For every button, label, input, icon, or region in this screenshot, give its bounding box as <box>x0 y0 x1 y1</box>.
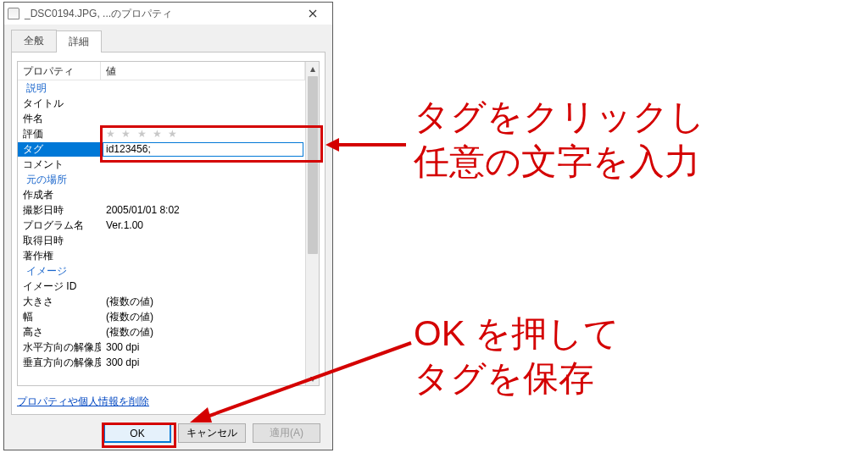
row-author[interactable]: 作成者 <box>18 187 305 202</box>
row-copyright[interactable]: 著作権 <box>18 248 305 263</box>
row-date-acquired[interactable]: 取得日時 <box>18 233 305 248</box>
header-value[interactable]: 値 <box>101 62 305 80</box>
properties-dialog: _DSC0194.JPG, ...のプロパティ 全般 詳細 プロパティ 値 説明 <box>3 2 333 450</box>
property-list-inner: プロパティ 値 説明 タイトル 件名 <box>18 62 305 385</box>
row-tags[interactable]: タグ <box>18 141 305 157</box>
dialog-buttons: OK キャンセル 適用(A) <box>11 415 326 443</box>
property-list: プロパティ 値 説明 タイトル 件名 <box>17 61 320 386</box>
tab-general[interactable]: 全般 <box>11 30 57 52</box>
annotation-arrow-tags <box>326 132 410 157</box>
list-header: プロパティ 値 <box>18 62 305 80</box>
row-height[interactable]: 高さ (複数の値) <box>18 324 305 340</box>
cancel-button[interactable]: キャンセル <box>178 423 246 443</box>
section-description: 説明 <box>18 80 305 96</box>
client-area: 全般 詳細 プロパティ 値 説明 タイトル <box>4 25 332 450</box>
file-icon <box>8 8 19 19</box>
section-image: イメージ <box>18 263 305 279</box>
list-scrollbar[interactable]: ▴ ▾ <box>305 62 319 385</box>
row-title[interactable]: タイトル <box>18 96 305 111</box>
row-date-taken[interactable]: 撮影日時 2005/01/01 8:02 <box>18 202 305 218</box>
scroll-down-icon[interactable]: ▾ <box>306 372 320 385</box>
row-comment[interactable]: コメント <box>18 157 305 172</box>
annotation-text-tags: タグをクリックし 任意の文字を入力 <box>414 95 705 184</box>
header-property[interactable]: プロパティ <box>18 62 101 80</box>
scroll-thumb[interactable] <box>308 76 318 254</box>
row-subject[interactable]: 件名 <box>18 111 305 126</box>
apply-button[interactable]: 適用(A) <box>253 423 320 443</box>
row-image-id[interactable]: イメージ ID <box>18 279 305 294</box>
close-button[interactable] <box>297 4 329 23</box>
rating-stars-icon[interactable]: ★ ★ ★ ★ ★ <box>106 128 179 140</box>
row-vres[interactable]: 垂直方向の解像度 300 dpi <box>18 355 305 370</box>
annotation-text-ok: OK を押して タグを保存 <box>414 312 620 401</box>
tab-panel-details: プロパティ 値 説明 タイトル 件名 <box>11 52 326 415</box>
tags-input[interactable] <box>103 142 303 157</box>
scroll-up-icon[interactable]: ▴ <box>306 62 320 75</box>
row-rating[interactable]: 評価 ★ ★ ★ ★ ★ <box>18 126 305 141</box>
close-icon <box>309 9 317 18</box>
row-program[interactable]: プログラム名 Ver.1.00 <box>18 218 305 233</box>
tab-details[interactable]: 詳細 <box>56 30 102 52</box>
row-width[interactable]: 幅 (複数の値) <box>18 309 305 324</box>
section-origin: 元の場所 <box>18 172 305 187</box>
titlebar[interactable]: _DSC0194.JPG, ...のプロパティ <box>4 3 332 25</box>
remove-properties-link[interactable]: プロパティや個人情報を削除 <box>17 395 320 409</box>
ok-button[interactable]: OK <box>103 423 171 443</box>
row-dimensions[interactable]: 大きさ (複数の値) <box>18 294 305 309</box>
window-title: _DSC0194.JPG, ...のプロパティ <box>25 7 297 21</box>
tabstrip: 全般 詳細 <box>11 30 326 52</box>
row-hres[interactable]: 水平方向の解像度 300 dpi <box>18 340 305 355</box>
